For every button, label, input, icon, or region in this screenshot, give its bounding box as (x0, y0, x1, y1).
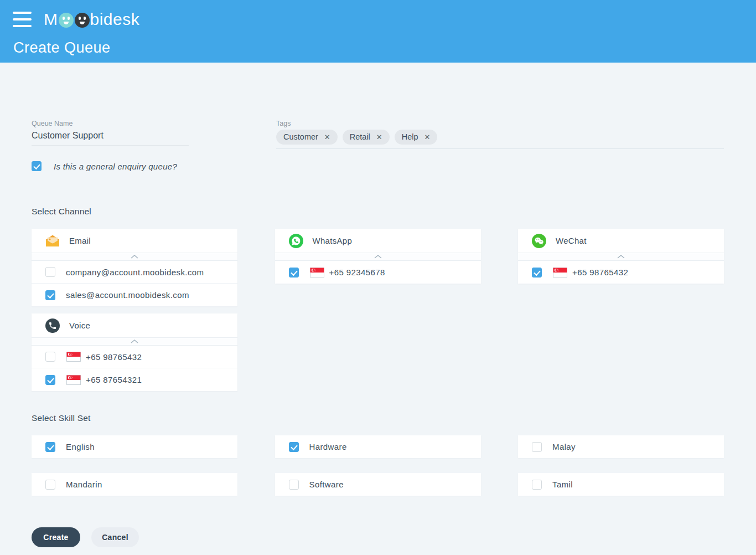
page-title: Create Queue (13, 39, 111, 56)
channel-option-label: +65 87654321 (86, 375, 142, 384)
select-channel-title: Select Channel (32, 207, 724, 217)
skill-row[interactable]: Malay (518, 435, 724, 458)
wechat-icon (532, 234, 546, 248)
channel-option-row[interactable]: +65 92345678 (275, 261, 481, 284)
channel-option-checkbox[interactable] (532, 268, 542, 278)
skill-checkbox[interactable] (289, 480, 299, 490)
tags-field: Tags Customer ✕ Retail ✕ Help ✕ (276, 120, 724, 149)
logo-text-prefix: M (44, 10, 58, 29)
channel-header: Email (32, 229, 237, 253)
remove-tag-icon[interactable]: ✕ (376, 133, 382, 141)
skill-label: Software (309, 480, 344, 489)
skill-row[interactable]: Software (275, 473, 481, 496)
channel-card: Email company@account.moobidesk.com sale… (32, 229, 237, 306)
general-enquiry-label: Is this a general enquiry queue? (54, 162, 177, 171)
logo-face-dark-icon (75, 13, 90, 28)
voice-icon (45, 318, 60, 333)
skill-checkbox[interactable] (45, 442, 55, 452)
skill-checkbox[interactable] (532, 442, 542, 452)
skill-label: Mandarin (66, 480, 102, 489)
channel-option-checkbox[interactable] (289, 268, 299, 278)
sg-flag-icon (310, 268, 324, 278)
tag-chip: Retail ✕ (343, 130, 390, 145)
skill-checkbox[interactable] (289, 442, 299, 452)
skill-checkbox[interactable] (532, 480, 542, 490)
email-icon (45, 234, 60, 248)
channel-option-checkbox[interactable] (45, 290, 55, 300)
channel-option-checkbox[interactable] (45, 375, 55, 385)
collapse-toggle[interactable] (32, 253, 237, 261)
skill-row[interactable]: English (32, 435, 237, 458)
tags-label: Tags (276, 120, 724, 127)
remove-tag-icon[interactable]: ✕ (324, 133, 330, 141)
collapse-toggle[interactable] (518, 253, 724, 261)
select-skill-set-title: Select Skill Set (32, 413, 724, 423)
queue-name-field: Queue Name (32, 120, 189, 149)
channel-card: WeChat +65 98765432 (518, 229, 724, 284)
skill-label: Hardware (309, 442, 347, 451)
create-queue-form: Queue Name Tags Customer ✕ Retail ✕ Help… (0, 120, 756, 547)
channel-option-label: company@account.moobidesk.com (66, 268, 204, 277)
channel-grid: Email company@account.moobidesk.com sale… (32, 229, 724, 391)
channel-header: WeChat (518, 229, 724, 253)
general-enquiry-checkbox[interactable] (32, 161, 42, 171)
cancel-button[interactable]: Cancel (91, 527, 139, 547)
channel-option-row[interactable]: +65 98765432 (518, 261, 724, 284)
channel-option-row[interactable]: +65 98765432 (32, 346, 237, 368)
channel-card: WhatsApp +65 92345678 (275, 229, 481, 284)
skill-label: Malay (552, 442, 576, 451)
tag-label: Help (402, 132, 418, 141)
channel-option-label: sales@account.moobidesk.com (66, 290, 189, 300)
queue-name-input[interactable] (32, 129, 189, 146)
channel-option-label: +65 92345678 (329, 268, 385, 277)
channel-card: Voice +65 98765432 (32, 314, 237, 391)
channel-name: WhatsApp (313, 236, 353, 245)
channel-option-row[interactable]: sales@account.moobidesk.com (32, 284, 237, 306)
channel-name: Voice (69, 321, 90, 330)
channel-option-label: +65 98765432 (86, 352, 142, 362)
channel-header: Voice (32, 314, 237, 338)
channel-option-checkbox[interactable] (45, 352, 55, 362)
tags-input[interactable]: Customer ✕ Retail ✕ Help ✕ (276, 129, 724, 149)
skill-checkbox[interactable] (45, 480, 55, 490)
remove-tag-icon[interactable]: ✕ (424, 133, 431, 141)
channel-header: WhatsApp (275, 229, 481, 253)
chevron-up-icon (617, 255, 625, 259)
channel-name: Email (69, 236, 91, 245)
channel-option-label: +65 98765432 (572, 268, 628, 277)
skill-grid: English Mandarin Hardware Software Malay… (32, 435, 724, 503)
skill-row[interactable]: Hardware (275, 435, 481, 458)
chevron-up-icon (131, 340, 138, 343)
channel-option-checkbox[interactable] (45, 267, 55, 277)
chevron-up-icon (374, 255, 382, 259)
tag-chip: Customer ✕ (276, 130, 338, 145)
tag-label: Customer (283, 132, 318, 141)
sg-flag-icon (66, 352, 81, 362)
channel-option-row[interactable]: +65 87654321 (32, 368, 237, 391)
app-logo: M bidesk (44, 10, 139, 29)
queue-name-label: Queue Name (32, 120, 189, 127)
channel-name: WeChat (556, 236, 587, 245)
whatsapp-icon (289, 234, 303, 248)
form-actions: Create Cancel (32, 527, 724, 547)
general-enquiry-row: Is this a general enquiry queue? (32, 161, 724, 171)
tag-chip: Help ✕ (395, 130, 438, 145)
collapse-toggle[interactable] (275, 253, 481, 261)
skill-label: English (66, 442, 95, 451)
logo-text-suffix: bidesk (90, 10, 140, 29)
skill-row[interactable]: Tamil (518, 473, 724, 496)
channel-option-row[interactable]: company@account.moobidesk.com (32, 261, 237, 284)
skill-row[interactable]: Mandarin (32, 473, 237, 496)
skill-label: Tamil (552, 480, 573, 489)
sg-flag-icon (66, 375, 81, 385)
collapse-toggle[interactable] (32, 338, 237, 346)
menu-icon[interactable] (13, 12, 32, 27)
chevron-up-icon (131, 255, 138, 259)
app-header: M bidesk Create Queue (0, 0, 756, 63)
sg-flag-icon (553, 268, 567, 278)
create-button[interactable]: Create (32, 527, 80, 547)
logo-face-teal-icon (59, 13, 74, 28)
tag-label: Retail (350, 132, 370, 141)
